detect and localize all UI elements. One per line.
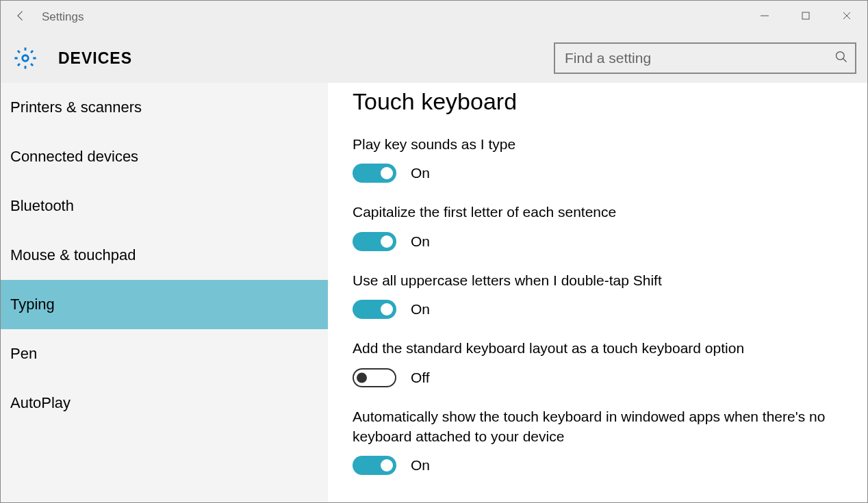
setting-label: Automatically show the touch keyboard in… — [353, 407, 843, 447]
toggle-switch[interactable] — [353, 232, 396, 251]
toggle-knob — [357, 372, 367, 383]
close-button[interactable] — [826, 1, 867, 34]
back-arrow-icon — [14, 9, 28, 25]
sidebar-item-pen[interactable]: Pen — [1, 329, 328, 378]
sidebar-item-connected-devices[interactable]: Connected devices — [1, 132, 328, 181]
sidebar-item-printers-scanners[interactable]: Printers & scanners — [1, 83, 328, 132]
toggle-state-label: On — [411, 165, 430, 181]
minimize-icon — [760, 11, 769, 23]
sidebar-item-label: Pen — [10, 345, 37, 363]
minimize-button[interactable] — [744, 1, 785, 34]
toggle-row: On — [353, 232, 843, 251]
sidebar-item-label: Printers & scanners — [10, 99, 142, 116]
toggle-row: On — [353, 300, 843, 319]
toggle-knob — [381, 303, 393, 315]
sidebar-item-mouse-touchpad[interactable]: Mouse & touchpad — [1, 231, 328, 280]
window-title: Settings — [42, 10, 84, 24]
section-title: Touch keyboard — [353, 88, 843, 115]
toggle-row: On — [353, 456, 843, 475]
toggle-switch[interactable] — [353, 456, 396, 475]
window-controls — [744, 1, 867, 34]
toggle-switch[interactable] — [353, 368, 396, 387]
setting-label: Add the standard keyboard layout as a to… — [353, 338, 843, 358]
svg-point-4 — [23, 55, 29, 62]
setting-item: Play key sounds as I typeOn — [353, 134, 843, 183]
content: Touch keyboard Play key sounds as I type… — [328, 83, 867, 503]
toggle-row: On — [353, 164, 843, 183]
setting-label: Play key sounds as I type — [353, 134, 843, 154]
sidebar-item-label: Connected devices — [10, 148, 138, 166]
sidebar-item-typing[interactable]: Typing — [1, 280, 328, 329]
setting-label: Use all uppercase letters when I double-… — [353, 270, 843, 290]
toggle-row: Off — [353, 368, 843, 387]
sidebar-item-autoplay[interactable]: AutoPlay — [1, 378, 328, 428]
toggle-state-label: On — [411, 457, 430, 474]
close-icon — [842, 11, 852, 23]
sidebar-item-label: Typing — [10, 296, 55, 313]
svg-point-5 — [837, 52, 845, 60]
maximize-button[interactable] — [785, 1, 826, 34]
maximize-icon — [801, 11, 810, 23]
settings-list: Play key sounds as I typeOnCapitalize th… — [353, 134, 843, 475]
toggle-knob — [381, 235, 393, 248]
back-button[interactable] — [1, 1, 42, 34]
toggle-switch[interactable] — [353, 300, 396, 319]
titlebar: Settings — [1, 1, 867, 34]
setting-item: Use all uppercase letters when I double-… — [353, 270, 843, 319]
setting-item: Add the standard keyboard layout as a to… — [353, 338, 843, 387]
toggle-knob — [381, 459, 393, 472]
main: Printers & scannersConnected devicesBlue… — [1, 83, 867, 503]
header-title: DEVICES — [58, 49, 132, 68]
toggle-state-label: On — [411, 233, 430, 250]
sidebar-item-label: Mouse & touchpad — [10, 246, 136, 264]
toggle-switch[interactable] — [353, 164, 396, 183]
setting-item: Capitalize the first letter of each sent… — [353, 202, 843, 250]
gear-icon — [5, 47, 46, 70]
setting-item: Automatically show the touch keyboard in… — [353, 407, 843, 476]
toggle-knob — [381, 167, 393, 179]
header: DEVICES — [1, 34, 867, 83]
svg-rect-1 — [802, 12, 809, 19]
sidebar-item-label: Bluetooth — [10, 197, 74, 215]
sidebar-item-label: AutoPlay — [10, 394, 71, 412]
search-wrap — [554, 42, 856, 74]
svg-line-6 — [843, 59, 847, 62]
toggle-state-label: Off — [411, 370, 430, 386]
search-input[interactable] — [554, 42, 856, 74]
sidebar-item-bluetooth[interactable]: Bluetooth — [1, 181, 328, 231]
search-icon — [834, 50, 848, 66]
toggle-state-label: On — [411, 301, 430, 318]
setting-label: Capitalize the first letter of each sent… — [353, 202, 843, 222]
sidebar: Printers & scannersConnected devicesBlue… — [1, 83, 328, 503]
